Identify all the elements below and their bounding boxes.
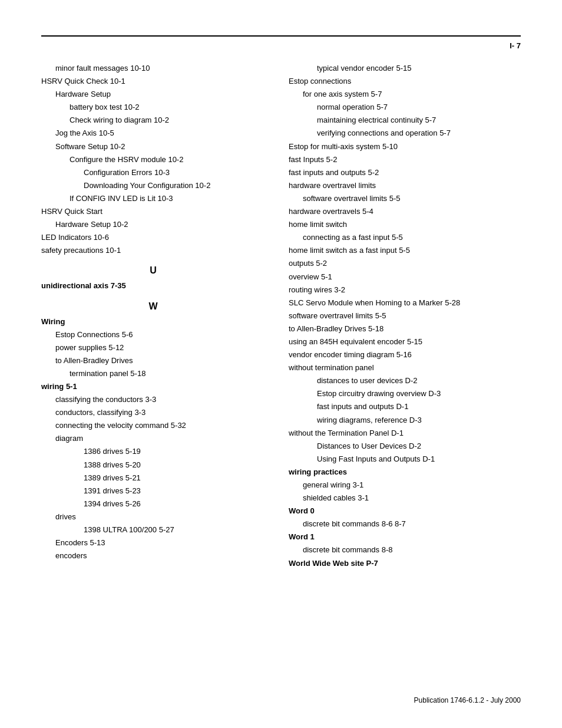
index-entry: to Allen-Bradley Drives [41,354,265,367]
index-entry: vendor encoder timing diagram 5-16 [289,348,521,361]
index-entry: software overtravel limits 5-5 [289,192,521,205]
index-entry: fast inputs and outputs D-1 [289,400,521,413]
index-entry: wiring diagrams, reference D-3 [289,414,521,427]
index-entry: without termination panel [289,361,521,374]
index-entry: SLC Servo Module when Homing to a Marker… [289,297,521,309]
section-u-letter: U [41,265,265,276]
index-entry: hardware overtravels 5-4 [289,205,521,218]
index-entry: Word 1 [289,531,521,543]
index-entry: 1391 drives 5-23 [41,485,265,498]
index-entry: without the Termination Panel D-1 [289,427,521,440]
left-top-entries: minor fault messages 10-10HSRV Quick Che… [41,62,265,257]
index-entry: routing wires 3-2 [289,284,521,297]
index-entry: unidirectional axis 7-35 [41,279,265,292]
index-entry: Software Setup 10-2 [41,140,265,153]
index-entry: power supplies 5-12 [41,341,265,354]
index-entry: typical vendor encoder 5-15 [289,62,521,75]
index-entry: 1389 drives 5-21 [41,472,265,485]
index-entry: using an 845H equivalent encoder 5-15 [289,335,521,348]
index-entry: connecting the velocity command 5-32 [41,419,265,432]
index-entry: If CONFIG INV LED is Lit 10-3 [41,192,265,205]
index-entry: fast inputs and outputs 5-2 [289,166,521,179]
index-entry: battery box test 10-2 [41,101,265,114]
content-columns: minor fault messages 10-10HSRV Quick Che… [41,62,521,570]
index-entry: 1394 drives 5-26 [41,498,265,510]
left-column: minor fault messages 10-10HSRV Quick Che… [41,62,265,570]
index-entry: Estop circuitry drawing overview D-3 [289,387,521,400]
index-entry: termination panel 5-18 [41,367,265,380]
index-entry: Encoders 5-13 [41,536,265,549]
index-entry: general wiring 3-1 [289,479,521,492]
index-entry: 1386 drives 5-19 [41,445,265,458]
index-entry: Jog the Axis 10-5 [41,127,265,140]
index-entry: safety precautions 10-1 [41,244,265,257]
index-entry: shielded cables 3-1 [289,492,521,505]
index-entry: for one axis system 5-7 [289,88,521,101]
page: I- 7 minor fault messages 10-10HSRV Quic… [0,0,562,728]
index-entry: connecting as a fast input 5-5 [289,231,521,244]
page-header: I- 7 [41,41,521,50]
index-entry: normal operation 5-7 [289,101,521,114]
index-entry: Word 0 [289,505,521,518]
index-entry: hardware overtravel limits [289,179,521,192]
index-entry: classifying the conductors 3-3 [41,393,265,406]
index-entry: home limit switch [289,218,521,231]
index-entry: Estop for multi-axis system 5-10 [289,140,521,153]
index-entry: 1388 drives 5-20 [41,459,265,472]
top-rule [41,35,521,37]
index-entry: Configuration Errors 10-3 [41,166,265,179]
index-entry: HSRV Quick Start [41,205,265,218]
index-entry: Downloading Your Configuration 10-2 [41,179,265,192]
index-entry: Estop connections [289,75,521,88]
index-entry: minor fault messages 10-10 [41,62,265,75]
section-u-entries: unidirectional axis 7-35 [41,279,265,292]
index-entry: HSRV Quick Check 10-1 [41,75,265,88]
index-entry: Wiring [41,315,265,328]
section-w-entries: WiringEstop Connections 5-6power supplie… [41,315,265,563]
right-column: typical vendor encoder 5-15Estop connect… [289,62,521,570]
index-entry: Configure the HSRV module 10-2 [41,153,265,166]
footer: Publication 1746-6.1.2 - July 2000 [414,696,521,704]
index-entry: maintaining electrical continuity 5-7 [289,114,521,127]
index-entry: overview 5-1 [289,271,521,284]
index-entry: Distances to User Devices D-2 [289,440,521,453]
index-entry: software overtravel limits 5-5 [289,309,521,322]
index-entry: Estop Connections 5-6 [41,328,265,341]
index-entry: verifying connections and operation 5-7 [289,127,521,140]
index-entry: fast Inputs 5-2 [289,153,521,166]
index-entry: outputs 5-2 [289,257,521,270]
index-entry: LED Indicators 10-6 [41,231,265,244]
section-w-letter: W [41,301,265,312]
index-entry: discrete bit commands 8-8 [289,543,521,556]
index-entry: distances to user devices D-2 [289,374,521,387]
page-number: I- 7 [510,41,521,50]
index-entry: discrete bit commands 8-6 8-7 [289,518,521,531]
index-entry: Hardware Setup [41,88,265,101]
index-entry: wiring practices [289,466,521,479]
index-entry: 1398 ULTRA 100/200 5-27 [41,523,265,536]
index-entry: World Wide Web site P-7 [289,557,521,570]
index-entry: to Allen-Bradley Drives 5-18 [289,322,521,335]
index-entry: Check wiring to diagram 10-2 [41,114,265,127]
index-entry: conductors, classifying 3-3 [41,406,265,419]
index-entry: Hardware Setup 10-2 [41,218,265,231]
index-entry: diagram [41,432,265,445]
index-entry: encoders [41,549,265,562]
right-entries: typical vendor encoder 5-15Estop connect… [289,62,521,570]
index-entry: Using Fast Inputs and Outputs D-1 [289,453,521,466]
index-entry: wiring 5-1 [41,380,265,393]
index-entry: home limit switch as a fast input 5-5 [289,244,521,257]
index-entry: drives [41,510,265,523]
footer-text: Publication 1746-6.1.2 - July 2000 [414,696,521,704]
